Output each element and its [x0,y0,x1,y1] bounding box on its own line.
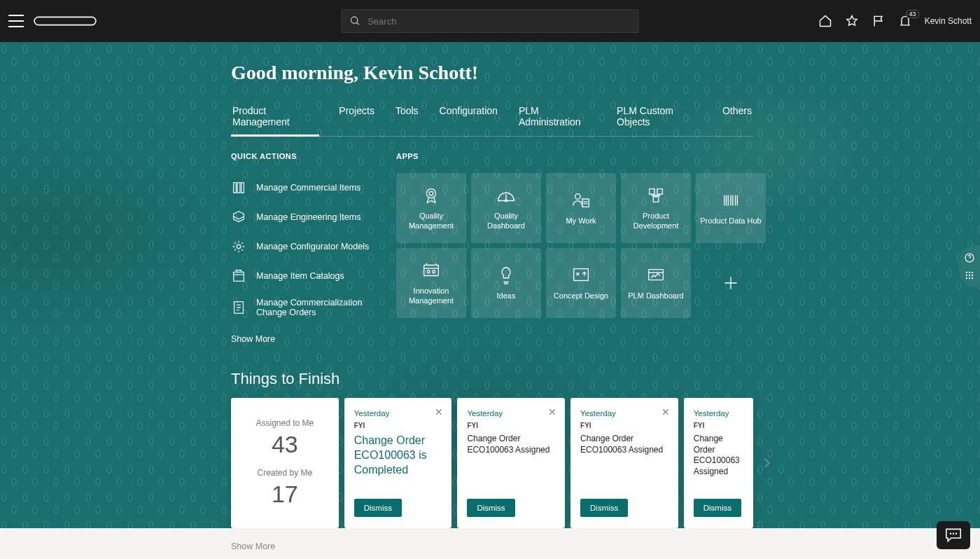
app-tile-label: My Work [566,216,596,226]
notification-card[interactable]: Yesterday✕FYIChange Order ECO100063 is C… [344,398,452,528]
dismiss-button[interactable]: Dismiss [354,499,402,517]
svg-point-13 [429,192,433,196]
svg-point-21 [427,270,430,273]
tab-configuration[interactable]: Configuration [438,101,499,136]
card-title: Change Order ECO100063 Assigned [467,434,555,455]
svg-point-26 [966,272,967,273]
card-date: Yesterday [694,409,743,417]
close-icon[interactable]: ✕ [662,406,670,417]
svg-rect-18 [657,189,663,195]
quick-actions-show-more[interactable]: Show More [231,334,275,344]
side-rail[interactable] [959,245,980,287]
quick-action-icon [231,300,246,315]
quick-action-item[interactable]: Manage Configurator Models [231,232,371,261]
chat-fab[interactable] [937,521,970,549]
search-icon [349,14,363,28]
quick-action-item[interactable]: Manage Engineering Items [231,202,371,232]
created-label: Created by Me [257,468,312,478]
app-tile-icon [720,190,741,211]
notification-card[interactable]: Yesterday✕FYIChange Order ECO100063 Assi… [570,398,678,528]
search-input[interactable] [368,16,631,27]
plus-icon [722,274,740,292]
quick-action-item[interactable]: Manage Commercial Items [231,173,371,202]
svg-point-31 [972,275,973,276]
tab-product-management[interactable]: Product Management [231,101,319,136]
svg-point-33 [969,277,970,279]
svg-point-22 [433,270,435,273]
app-tile-product-development[interactable]: Product Development [621,173,691,243]
svg-point-12 [426,189,435,198]
app-tile-ideas[interactable]: Ideas [471,248,541,318]
quick-action-item[interactable]: Manage Item Catalogs [231,261,371,291]
card-title: Change Order ECO100063 Assigned [580,434,668,455]
svg-point-34 [972,277,973,279]
close-icon[interactable]: ✕ [435,406,443,417]
card-title: Change Order ECO100063 is Completed [354,434,442,477]
notification-card[interactable]: Yesterday✕FYIChange Order ECO100063 Assi… [457,398,565,528]
help-icon[interactable] [964,252,975,263]
summary-card[interactable]: Assigned to Me 43 Created by Me 17 [231,398,339,528]
app-tile-icon [496,185,517,206]
brand-logo[interactable]: ORACLE [34,15,97,27]
quick-action-label: Manage Commercialization Change Orders [256,298,371,317]
card-date: Yesterday [580,409,668,417]
svg-point-29 [966,275,967,276]
tab-plm-custom-objects[interactable]: PLM Custom Objects [615,101,703,136]
app-tile-my-work[interactable]: My Work [546,173,616,243]
apps-heading: APPS [396,152,766,160]
app-tile-label: Concept Design [554,291,608,301]
svg-rect-7 [237,183,240,193]
quick-action-item[interactable]: Manage Commercialization Change Orders [231,291,371,324]
things-heading: Things to Finish [231,370,753,388]
app-tile-quality-management[interactable]: Quality Management [396,173,466,243]
svg-rect-0 [34,17,96,25]
header-tools: 43 Kevin Schott [818,14,972,28]
next-cards-icon[interactable] [760,453,773,473]
quick-action-label: Manage Commercial Items [256,183,360,193]
things-show-more[interactable]: Show More [231,541,275,551]
svg-rect-16 [582,199,589,207]
notification-card[interactable]: YesterdayFYIChange Order ECO100063 Assig… [684,398,753,528]
notification-count-badge: 43 [906,10,919,18]
tab-others[interactable]: Others [721,101,753,136]
tab-tools[interactable]: Tools [394,101,420,136]
app-tile-icon [421,260,442,281]
menu-toggle-icon[interactable] [8,15,24,27]
grid-icon[interactable] [965,270,974,280]
card-type: FYI [354,422,442,429]
dismiss-button[interactable]: Dismiss [467,499,514,517]
card-title: Change Order ECO100063 Assigned [694,434,743,477]
app-tile-icon [570,265,592,286]
things-cards-row: Assigned to Me 43 Created by Me 17 Yeste… [231,398,753,528]
app-tile-plm-dashboard[interactable]: PLM Dashboard [621,248,691,318]
svg-rect-10 [234,272,244,282]
app-tile-icon [421,185,442,206]
home-icon[interactable] [818,14,832,28]
quick-action-label: Manage Item Catalogs [256,271,344,281]
dismiss-button[interactable]: Dismiss [694,499,741,517]
app-tile-concept-design[interactable]: Concept Design [546,248,616,318]
bell-icon[interactable]: 43 [898,14,912,28]
dismiss-button[interactable]: Dismiss [580,499,628,517]
svg-point-14 [505,200,507,202]
app-tile-product-data-hub[interactable]: Product Data Hub [696,173,766,243]
quick-action-label: Manage Engineering Items [256,212,360,222]
app-tile-quality-dashboard[interactable]: Quality Dashboard [471,173,541,243]
card-date: Yesterday [467,409,555,417]
tab-plm-administration[interactable]: PLM Administration [517,101,597,136]
app-tile-innovation-management[interactable]: Innovation Management [396,248,466,318]
search-box[interactable] [342,9,639,33]
star-icon[interactable] [845,14,859,28]
things-to-finish: Things to Finish Assigned to Me 43 Creat… [231,370,753,528]
app-tile-icon [496,265,517,286]
app-tile-add[interactable] [696,248,766,318]
close-icon[interactable]: ✕ [548,406,556,417]
user-name-label[interactable]: Kevin Schott [925,16,972,26]
nav-tabs: Product ManagementProjectsToolsConfigura… [231,101,753,137]
tab-projects[interactable]: Projects [337,101,376,136]
svg-rect-23 [574,269,589,281]
apps-grid: Quality ManagementQuality DashboardMy Wo… [396,173,766,318]
svg-rect-24 [649,270,664,280]
flag-icon[interactable] [872,14,886,28]
quick-actions-heading: QUICK ACTIONS [231,152,371,160]
